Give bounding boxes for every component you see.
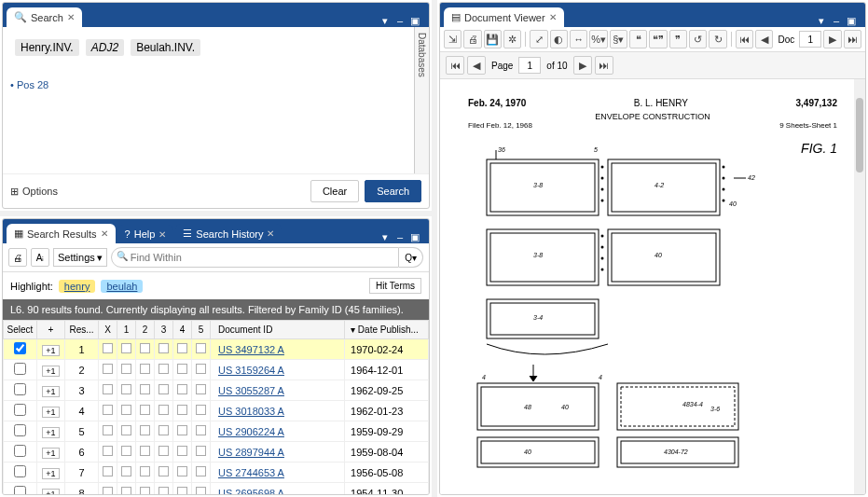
flag-x[interactable]: [103, 364, 113, 374]
flag-5[interactable]: [196, 446, 206, 456]
print-icon[interactable]: 🖨: [463, 30, 481, 48]
flag-2[interactable]: [140, 405, 150, 415]
flag-3[interactable]: [158, 466, 169, 476]
query-input[interactable]: Henry.INV. ADJ2 Beulah.INV.: [10, 35, 406, 72]
horizontal-splitter[interactable]: [0, 211, 432, 216]
search-tab[interactable]: 🔍 Search ✕: [7, 7, 82, 27]
tab-search-history[interactable]: ☰ Search History ✕: [175, 224, 282, 243]
flag-1[interactable]: [121, 384, 131, 394]
row-select-checkbox[interactable]: [14, 363, 26, 375]
expand-row-button[interactable]: +1: [42, 386, 59, 397]
close-icon[interactable]: ✕: [101, 228, 108, 239]
col-1[interactable]: 1: [117, 321, 136, 339]
panel-dropdown-icon[interactable]: ▾: [379, 230, 392, 243]
expand-row-button[interactable]: +1: [42, 427, 59, 438]
flag-4[interactable]: [177, 446, 187, 456]
prev-quote-icon[interactable]: ❝: [629, 30, 647, 48]
flag-3[interactable]: [158, 343, 169, 353]
col-date-published[interactable]: ▾ Date Publish...: [345, 321, 429, 339]
last-page-icon[interactable]: ⏭: [595, 56, 613, 75]
flag-x[interactable]: [103, 405, 113, 415]
panel-maximize-icon[interactable]: ▣: [845, 14, 858, 27]
save-icon[interactable]: 💾: [484, 30, 502, 48]
document-id-link[interactable]: US 2695698 A: [211, 483, 345, 495]
clear-button[interactable]: Clear: [310, 180, 359, 202]
panel-minimize-icon[interactable]: –: [393, 14, 406, 27]
col-3[interactable]: 3: [155, 321, 173, 339]
table-row[interactable]: +16US 2897944 A1959-08-04: [4, 442, 429, 462]
section-dropdown[interactable]: §▾: [610, 30, 627, 48]
document-id-link[interactable]: US 3497132 A: [211, 339, 345, 360]
first-doc-icon[interactable]: ⏮: [736, 30, 753, 48]
expand-row-button[interactable]: +1: [42, 489, 59, 495]
flag-1[interactable]: [121, 343, 131, 353]
expand-row-button[interactable]: +1: [42, 468, 59, 479]
row-select-checkbox[interactable]: [14, 383, 26, 395]
table-row[interactable]: +11US 3497132 A1970-02-24: [4, 339, 429, 360]
prev-doc-icon[interactable]: ◀: [755, 30, 773, 48]
flag-3[interactable]: [158, 384, 169, 394]
options-toggle[interactable]: ⊞ Options: [10, 186, 58, 198]
flag-5[interactable]: [196, 466, 206, 476]
flag-3[interactable]: [158, 487, 169, 494]
flag-3[interactable]: [158, 446, 169, 456]
viewer-tab[interactable]: ▤ Document Viewer ✕: [444, 7, 564, 27]
flag-4[interactable]: [177, 343, 187, 353]
print-icon[interactable]: 🖨: [8, 248, 27, 267]
percent-dropdown[interactable]: %▾: [589, 30, 607, 48]
document-id-link[interactable]: US 2744653 A: [211, 462, 345, 483]
close-icon[interactable]: ✕: [158, 229, 166, 240]
flag-1[interactable]: [121, 364, 131, 374]
prev-hit-icon[interactable]: ❝❞: [649, 30, 667, 48]
panel-dropdown-icon[interactable]: ▾: [379, 14, 392, 27]
fullscreen-icon[interactable]: ⤢: [530, 30, 547, 48]
expand-row-button[interactable]: +1: [42, 407, 59, 418]
table-row[interactable]: +15US 2906224 A1959-09-29: [4, 421, 429, 442]
hit-terms-button[interactable]: Hit Terms: [369, 278, 421, 294]
flag-2[interactable]: [140, 446, 150, 456]
col-2[interactable]: 2: [136, 321, 155, 339]
highlight-term[interactable]: beulah: [101, 280, 143, 293]
flag-x[interactable]: [103, 446, 113, 456]
rotate-right-icon[interactable]: ↻: [709, 30, 726, 48]
flag-4[interactable]: [177, 425, 187, 435]
gear-icon[interactable]: ✲: [503, 30, 521, 48]
next-page-icon[interactable]: ▶: [573, 56, 592, 75]
close-icon[interactable]: ✕: [267, 228, 274, 239]
flag-2[interactable]: [140, 466, 150, 476]
col-document-id[interactable]: Document ID: [211, 321, 345, 339]
close-icon[interactable]: ✕: [67, 12, 75, 22]
flag-x[interactable]: [103, 343, 113, 353]
databases-sidebar-tab[interactable]: Databases: [414, 27, 429, 173]
search-button[interactable]: Search: [365, 180, 421, 202]
flag-3[interactable]: [158, 405, 169, 415]
flag-4[interactable]: [177, 364, 187, 374]
document-id-link[interactable]: US 3018033 A: [211, 401, 345, 421]
tab-help[interactable]: ? Help ✕: [117, 225, 174, 243]
flag-4[interactable]: [177, 384, 187, 394]
flag-4[interactable]: [177, 466, 187, 476]
flag-2[interactable]: [140, 487, 150, 494]
last-doc-icon[interactable]: ⏭: [844, 30, 861, 48]
font-icon[interactable]: Aᵢ: [31, 248, 49, 267]
page-number-input[interactable]: [518, 57, 541, 74]
tab-search-results[interactable]: ▦ Search Results ✕: [7, 224, 116, 243]
flag-3[interactable]: [158, 364, 169, 374]
flag-2[interactable]: [140, 364, 150, 374]
table-row[interactable]: +18US 2695698 A1954-11-30: [4, 483, 429, 495]
col-x[interactable]: X: [99, 321, 117, 339]
prev-page-icon[interactable]: ◀: [467, 56, 486, 75]
export-icon[interactable]: ⇲: [444, 30, 462, 48]
col-expand[interactable]: +: [37, 321, 65, 339]
flag-4[interactable]: [177, 405, 187, 415]
next-quote-icon[interactable]: ❞: [669, 30, 687, 48]
flag-2[interactable]: [140, 425, 150, 435]
flag-x[interactable]: [103, 466, 113, 476]
doc-number-input[interactable]: [799, 31, 821, 48]
next-doc-icon[interactable]: ▶: [823, 30, 841, 48]
flag-5[interactable]: [196, 343, 206, 353]
flag-2[interactable]: [140, 384, 150, 394]
expand-row-button[interactable]: +1: [42, 366, 59, 377]
fit-width-icon[interactable]: ↔: [570, 30, 587, 48]
table-row[interactable]: +14US 3018033 A1962-01-23: [4, 401, 429, 421]
